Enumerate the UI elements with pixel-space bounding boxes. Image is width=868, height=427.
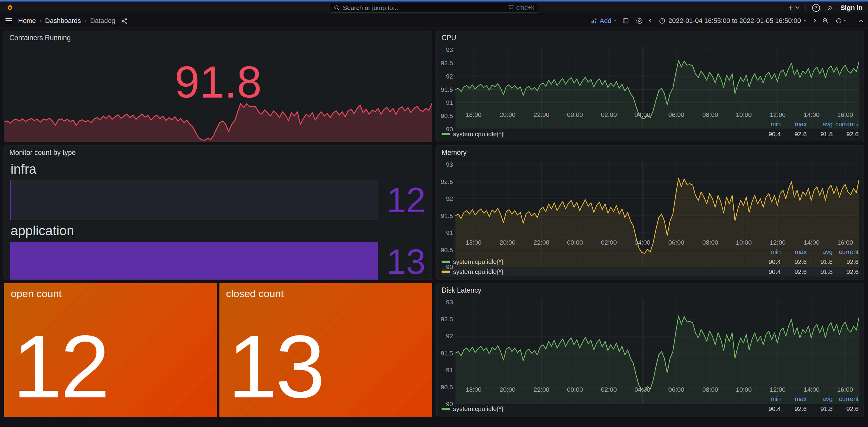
x-tick-label: 08:00 bbox=[702, 239, 718, 246]
x-tick-label: 10:00 bbox=[736, 239, 752, 246]
legend-stat-min: 90.4 bbox=[755, 405, 781, 413]
x-tick-label: 04:00 bbox=[634, 239, 650, 246]
legend-stat-max: 92.6 bbox=[781, 405, 807, 413]
keyboard-shortcut: cmd+k bbox=[508, 4, 534, 11]
x-tick-label: 14:00 bbox=[804, 386, 820, 393]
x-tick-label: 00:00 bbox=[567, 239, 583, 246]
search-input[interactable]: Search or jump to... cmd+k bbox=[330, 3, 538, 13]
x-axis: 18:0020:0022:0000:0002:0004:0006:0008:00… bbox=[456, 237, 859, 246]
x-tick-label: 10:00 bbox=[736, 386, 752, 393]
legend-series-label[interactable]: system.cpu.idle{*} bbox=[453, 268, 503, 275]
stat-value: 13 bbox=[228, 327, 323, 407]
x-tick-label: 14:00 bbox=[804, 239, 820, 246]
y-tick-label: 90.5 bbox=[441, 246, 453, 254]
panel-disk-latency: Disk Latency 9090.59191.59292.593 18:002… bbox=[436, 283, 864, 417]
panel-title[interactable]: Monitor count by type bbox=[4, 146, 432, 158]
panel-title[interactable]: Containers Running bbox=[4, 31, 432, 43]
grafana-logo-icon[interactable] bbox=[5, 3, 14, 12]
legend-stat-min: 90.4 bbox=[755, 268, 781, 275]
legend-stat-avg: 91.8 bbox=[807, 405, 833, 413]
memory-chart-plot[interactable] bbox=[456, 160, 859, 237]
search-icon bbox=[334, 5, 340, 11]
y-tick-label: 92 bbox=[446, 333, 453, 340]
refresh-button[interactable] bbox=[835, 18, 846, 24]
legend-series-swatch bbox=[441, 408, 450, 410]
collapse-toolbar-icon[interactable] bbox=[859, 20, 863, 24]
chevron-down-icon bbox=[613, 19, 616, 22]
legend-series-swatch bbox=[441, 133, 450, 135]
panel-title[interactable]: closed count bbox=[219, 283, 432, 304]
x-tick-label: 06:00 bbox=[669, 239, 684, 246]
legend-series-swatch bbox=[441, 271, 450, 273]
y-tick-label: 92.5 bbox=[441, 60, 453, 67]
save-dashboard-icon[interactable] bbox=[623, 18, 629, 24]
add-panel-button[interactable]: Add bbox=[591, 17, 616, 25]
time-range-picker[interactable]: 2022-01-04 16:55:00 to 2022-01-05 16:50:… bbox=[659, 17, 806, 25]
mega-menu-toggle[interactable] bbox=[5, 18, 12, 24]
y-tick-label: 93 bbox=[446, 46, 453, 54]
legend-stat-min: 90.4 bbox=[755, 130, 781, 138]
y-tick-label: 90.5 bbox=[441, 384, 453, 391]
legend-stat-max: 92.6 bbox=[781, 130, 807, 138]
panel-closed-count: closed count 13 bbox=[219, 283, 432, 417]
help-icon[interactable]: ? bbox=[812, 4, 820, 12]
legend-series-label[interactable]: system.cpu.idle{*} bbox=[453, 405, 503, 413]
x-tick-label: 20:00 bbox=[499, 239, 516, 246]
legend-stat-avg: 91.8 bbox=[807, 268, 833, 275]
divider bbox=[853, 17, 853, 25]
stat-value: 12 bbox=[13, 327, 108, 407]
bargauge-label-infra: infra bbox=[10, 161, 427, 177]
time-shift-back-icon[interactable] bbox=[649, 19, 653, 23]
y-tick-label: 91.5 bbox=[441, 86, 453, 93]
x-tick-label: 00:00 bbox=[567, 386, 583, 393]
new-button[interactable] bbox=[788, 5, 799, 11]
panel-title[interactable]: CPU bbox=[437, 31, 864, 43]
legend-series-swatch bbox=[441, 261, 450, 263]
legend-stat-avg: 91.8 bbox=[807, 130, 833, 138]
bargauge-row: 13 bbox=[10, 242, 427, 280]
panel-title[interactable]: open count bbox=[4, 283, 217, 304]
x-tick-label: 16:00 bbox=[837, 386, 853, 393]
x-tick-label: 02:00 bbox=[601, 111, 617, 118]
cpu-chart-plot[interactable] bbox=[456, 45, 859, 109]
y-tick-label: 90 bbox=[446, 263, 453, 271]
y-tick-label: 93 bbox=[446, 161, 453, 168]
legend-series-row: system.cpu.idle{*}90.492.691.892.6 bbox=[441, 267, 859, 277]
share-icon[interactable] bbox=[121, 18, 128, 24]
panel-containers-running: Containers Running 91.8 bbox=[4, 30, 432, 142]
legend-stat-current: 92.6 bbox=[833, 130, 859, 138]
y-tick-label: 90 bbox=[446, 126, 453, 133]
dashboard-toolbar: Home › Dashboards › Datadog Add bbox=[0, 14, 868, 28]
containers-sparkline[interactable] bbox=[4, 99, 432, 142]
breadcrumb: Home › Dashboards › Datadog bbox=[18, 17, 128, 25]
panel-title[interactable]: Memory bbox=[437, 146, 864, 158]
y-tick-label: 91.5 bbox=[441, 350, 453, 357]
x-tick-label: 14:00 bbox=[804, 111, 820, 118]
disk-chart-plot[interactable] bbox=[456, 298, 859, 384]
x-tick-label: 22:00 bbox=[534, 386, 550, 393]
y-axis: 9090.59191.59292.593 bbox=[439, 45, 456, 118]
legend-series-row: system.cpu.idle{*}90.492.691.892.6 bbox=[441, 129, 859, 139]
x-tick-label: 20:00 bbox=[499, 386, 516, 393]
breadcrumb-home[interactable]: Home bbox=[18, 17, 36, 25]
x-tick-label: 18:00 bbox=[466, 111, 482, 118]
y-tick-label: 91 bbox=[446, 99, 453, 106]
legend-stat-current: 92.6 bbox=[833, 268, 859, 275]
news-rss-icon[interactable] bbox=[827, 4, 834, 11]
zoom-out-icon[interactable] bbox=[822, 18, 829, 24]
time-shift-forward-icon[interactable] bbox=[812, 19, 816, 23]
panel-cpu: CPU 9090.59191.59292.593 18:0020:0022:00… bbox=[436, 30, 864, 142]
x-tick-label: 10:00 bbox=[736, 111, 752, 118]
sign-in-button[interactable]: Sign in bbox=[840, 4, 863, 12]
keyboard-icon bbox=[508, 5, 514, 10]
dashboard-settings-icon[interactable] bbox=[636, 17, 643, 24]
breadcrumb-separator: › bbox=[39, 17, 42, 24]
y-tick-label: 91 bbox=[446, 229, 453, 237]
breadcrumb-dashboards[interactable]: Dashboards bbox=[45, 17, 81, 25]
time-range-text: 2022-01-04 16:55:00 to 2022-01-05 16:50:… bbox=[669, 17, 801, 25]
bargauge-value-application: 13 bbox=[378, 245, 427, 278]
y-axis: 9090.59191.59292.593 bbox=[439, 298, 456, 393]
panel-title[interactable]: Disk Latency bbox=[437, 283, 864, 296]
x-tick-label: 08:00 bbox=[702, 386, 718, 393]
legend-series-label[interactable]: system.cpu.idle{*} bbox=[453, 130, 503, 138]
